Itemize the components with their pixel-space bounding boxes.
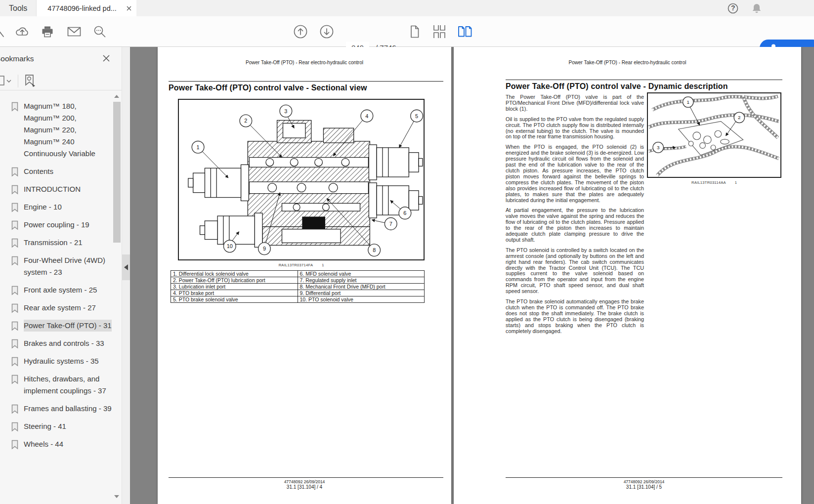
bookmark-icon <box>11 375 19 397</box>
bookmarks-scrollbar[interactable] <box>113 99 121 484</box>
document-canvas[interactable]: Power Take-Off (PTO) - Rear electro-hydr… <box>130 47 814 504</box>
bookmark-item[interactable]: Front axle system - 25 <box>11 284 122 296</box>
bookmark-icon <box>11 303 19 314</box>
table-row: 5. PTO brake solenoid valve10. PTO solen… <box>171 296 425 303</box>
paragraph: At partial engagement, the pressure to t… <box>506 208 644 243</box>
bookmark-icon <box>11 185 19 195</box>
bookmark-icon <box>11 440 19 450</box>
two-page-view-icon[interactable] <box>458 26 472 38</box>
footer-page-ref: 31.1 [31.104] / 4 <box>158 484 451 490</box>
tab-document[interactable]: 47748096-linked pd... <box>37 0 136 16</box>
section-title: Power Take-Off (PTO) control valve - Sec… <box>169 84 367 92</box>
header-rule <box>506 80 782 80</box>
collapse-panel-button[interactable] <box>122 254 130 280</box>
tab-bar: Tools 47748096-linked pd... ? <box>0 0 814 16</box>
bookmark-icon <box>11 238 19 249</box>
footer-rule <box>506 477 782 478</box>
bookmark-item[interactable]: Magnum™ 180, Magnum™ 200, Magnum™ 220, M… <box>11 100 122 160</box>
notifications-bell-icon[interactable] <box>751 3 762 14</box>
close-tab-icon[interactable] <box>127 6 131 11</box>
bookmark-item[interactable]: Hydraulic systems - 35 <box>11 355 122 367</box>
bookmark-icon <box>11 286 19 296</box>
previous-page-icon[interactable] <box>293 24 308 39</box>
table-row: 2. Power Take-Off (PTO) lubrication port… <box>171 277 425 284</box>
pdf-viewer-window: Tools 47748096-linked pd... ? <box>0 0 814 504</box>
bookmark-item[interactable]: Steering - 41 <box>11 420 122 432</box>
valve-location-figure: 1 2 3 <box>647 92 781 178</box>
bookmark-item[interactable]: Engine - 10 <box>11 201 122 213</box>
svg-text:7: 7 <box>389 221 392 227</box>
table-row: 1. Differential lock solenoid valve6. MF… <box>171 271 425 277</box>
svg-text:2: 2 <box>244 118 247 124</box>
svg-text:1: 1 <box>687 99 689 105</box>
clipped-tool-icon[interactable] <box>0 25 6 39</box>
bookmark-item[interactable]: Power coupling - 19 <box>11 219 122 231</box>
svg-text:1: 1 <box>197 144 200 150</box>
paragraph: The PTO brake solenoid automatically eng… <box>506 299 644 334</box>
bookmarks-toolbar <box>0 72 122 90</box>
bookmark-item[interactable]: INTRODUCTION <box>11 183 122 195</box>
paragraph: The Power Take-Off (PTO) valve is part o… <box>506 94 644 112</box>
bookmarks-panel-title: Bookmarks <box>0 54 34 63</box>
section-title: Power Take-Off (PTO) control valve - Dyn… <box>506 82 728 91</box>
next-page-icon[interactable] <box>319 24 334 39</box>
scrolling-page-view-icon[interactable] <box>432 25 446 38</box>
scrollbar-thumb[interactable] <box>113 102 121 243</box>
main-toolbar: / 7746 <box>0 16 814 47</box>
figure-caption: RAIL13TR03714FA1 <box>178 263 425 267</box>
paragraph: The PTO solenoid is controlled by a swit… <box>506 248 644 294</box>
collapse-left-icon <box>124 264 128 270</box>
save-to-cloud-icon[interactable] <box>15 25 30 38</box>
bookmark-icon <box>11 167 19 177</box>
print-icon[interactable] <box>41 26 54 38</box>
running-header: Power Take-Off (PTO) - Rear electro-hydr… <box>158 60 451 65</box>
footer-rule <box>169 477 443 478</box>
bookmark-icon <box>11 256 19 278</box>
running-header: Power Take-Off (PTO) - Rear electro-hydr… <box>454 60 801 65</box>
search-icon[interactable] <box>93 25 106 38</box>
bookmark-options-icon[interactable] <box>0 75 13 87</box>
svg-text:5: 5 <box>415 113 418 119</box>
tab-tools[interactable]: Tools <box>0 0 37 16</box>
tools-tab-label: Tools <box>9 4 27 13</box>
bookmark-icon <box>11 102 19 160</box>
bookmark-item[interactable]: Rear axle system - 27 <box>11 302 122 314</box>
expand-current-bookmark-icon[interactable] <box>23 74 38 88</box>
bookmark-item[interactable]: Frames and ballasting - 39 <box>11 403 122 415</box>
panel-divider <box>122 47 130 504</box>
legend-table: 1. Differential lock solenoid valve6. MF… <box>171 270 425 303</box>
svg-text:9: 9 <box>263 246 266 252</box>
paragraph: When the PTO is engaged, the PTO solenoi… <box>506 144 644 203</box>
bookmarks-panel: Bookmarks <box>0 47 122 504</box>
bookmark-item[interactable]: Four-Wheel Drive (4WD) system - 23 <box>11 254 122 278</box>
svg-text:3: 3 <box>657 145 659 150</box>
scroll-down-icon[interactable] <box>114 495 119 498</box>
scroll-up-icon[interactable] <box>114 95 119 98</box>
help-icon[interactable]: ? <box>728 3 738 14</box>
svg-text:2: 2 <box>738 115 740 120</box>
bookmark-item-selected[interactable]: Power Take-Off (PTO) - 31 <box>11 320 122 332</box>
pdf-page-right: Power Take-Off (PTO) - Rear electro-hydr… <box>454 47 801 504</box>
paragraph: Oil is supplied to the PTO valve from th… <box>506 117 644 140</box>
svg-text:3: 3 <box>284 108 287 114</box>
email-icon[interactable] <box>67 27 81 37</box>
bookmark-item[interactable]: Brakes and controls - 33 <box>11 337 122 349</box>
bookmark-item[interactable]: Transmission - 21 <box>11 237 122 249</box>
body-text: The Power Take-Off (PTO) valve is part o… <box>506 94 644 339</box>
bookmark-item[interactable]: Contents <box>11 166 122 177</box>
bookmark-icon <box>11 220 19 231</box>
bookmark-icon <box>11 203 19 213</box>
single-page-view-icon[interactable] <box>410 25 420 38</box>
bookmarks-list: Magnum™ 180, Magnum™ 200, Magnum™ 220, M… <box>0 100 122 456</box>
bookmark-icon <box>11 404 19 415</box>
bookmark-item[interactable]: Wheels - 44 <box>11 438 122 450</box>
sectional-view-figure: 1 2 3 4 5 6 7 8 9 10 <box>178 99 425 260</box>
bookmark-icon <box>11 339 19 349</box>
footer-doc-id: 47748092 26/09/2014 <box>158 479 451 484</box>
bookmark-item[interactable]: Hitches, drawbars, and implement couplin… <box>11 373 122 397</box>
document-tab-title: 47748096-linked pd... <box>47 4 116 12</box>
toolbar-divider <box>18 75 18 87</box>
close-bookmarks-icon[interactable] <box>103 55 110 62</box>
svg-text:4: 4 <box>365 113 368 119</box>
figure-caption: RAIL13TR03114AA1 <box>647 180 781 185</box>
